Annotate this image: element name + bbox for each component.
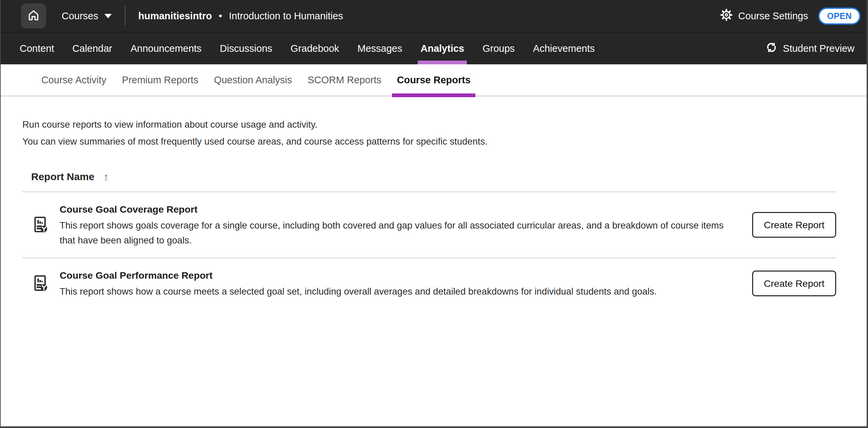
table-row: Course Goal Coverage Report This report …	[22, 192, 836, 258]
intro-line-2: You can view summaries of most frequentl…	[22, 133, 836, 150]
intro-text: Run course reports to view information a…	[22, 116, 836, 150]
report-document-chart-icon	[30, 215, 50, 235]
subtab-course-activity[interactable]: Course Activity	[41, 64, 106, 95]
courses-label: Courses	[62, 10, 98, 22]
student-preview-icon	[765, 41, 778, 56]
create-report-button[interactable]: Create Report	[752, 271, 836, 296]
report-info: Course Goal Coverage Report This report …	[60, 202, 724, 248]
course-name: Introduction to Humanities	[229, 10, 343, 21]
tab-achievements[interactable]: Achievements	[533, 33, 595, 64]
tab-calendar[interactable]: Calendar	[73, 33, 112, 64]
report-name-column-header[interactable]: Report Name	[31, 171, 95, 183]
report-table-header: Report Name ↑	[22, 171, 836, 183]
course-settings-button[interactable]: Course Settings	[720, 8, 808, 24]
sort-ascending-icon[interactable]: ↑	[103, 171, 109, 183]
report-description: This report shows goals coverage for a s…	[60, 218, 724, 248]
title-separator: •	[219, 10, 222, 21]
subtab-question-analysis[interactable]: Question Analysis	[214, 64, 292, 95]
course-id: humanitiesintro	[138, 10, 212, 21]
tab-gradebook[interactable]: Gradebook	[291, 33, 339, 64]
course-title: humanitiesintro • Introduction to Humani…	[138, 10, 343, 22]
tab-analytics[interactable]: Analytics	[420, 33, 464, 64]
course-nav-bar: Content Calendar Announcements Discussio…	[1, 33, 867, 64]
courses-menu[interactable]: Courses	[62, 10, 112, 22]
home-button[interactable]	[21, 3, 46, 28]
tab-content[interactable]: Content	[20, 33, 54, 64]
report-info: Course Goal Performance Report This repo…	[60, 268, 724, 299]
subtab-course-reports[interactable]: Course Reports	[397, 64, 471, 95]
course-reports-panel: Run course reports to view information a…	[1, 97, 867, 426]
topbar-right: Course Settings OPEN	[720, 7, 861, 25]
subtab-scorm-reports[interactable]: SCORM Reports	[308, 64, 381, 95]
intro-line-1: Run course reports to view information a…	[22, 116, 836, 133]
open-status-badge[interactable]: OPEN	[818, 7, 861, 25]
tab-messages[interactable]: Messages	[357, 33, 402, 64]
student-preview-label: Student Preview	[783, 43, 854, 54]
chevron-down-icon	[104, 14, 112, 18]
student-preview-button[interactable]: Student Preview	[765, 33, 854, 64]
tab-announcements[interactable]: Announcements	[130, 33, 202, 64]
table-row: Course Goal Performance Report This repo…	[22, 258, 836, 308]
create-report-button[interactable]: Create Report	[752, 212, 836, 238]
gear-icon	[720, 8, 733, 24]
report-title: Course Goal Performance Report	[60, 268, 724, 283]
tab-discussions[interactable]: Discussions	[220, 33, 272, 64]
course-settings-label: Course Settings	[738, 10, 808, 22]
report-document-chart-icon	[30, 274, 50, 293]
report-description: This report shows how a course meets a s…	[60, 284, 724, 299]
app-window: Courses humanitiesintro • Introduction t…	[0, 0, 868, 428]
analytics-subtabs: Course Activity Premium Reports Question…	[1, 64, 867, 97]
report-table: Course Goal Coverage Report This report …	[22, 191, 836, 308]
tab-groups[interactable]: Groups	[482, 33, 515, 64]
home-icon	[27, 8, 40, 23]
subtab-premium-reports[interactable]: Premium Reports	[122, 64, 199, 95]
report-title: Course Goal Coverage Report	[60, 202, 724, 217]
topbar-divider	[125, 6, 125, 26]
top-bar: Courses humanitiesintro • Introduction t…	[1, 0, 867, 33]
